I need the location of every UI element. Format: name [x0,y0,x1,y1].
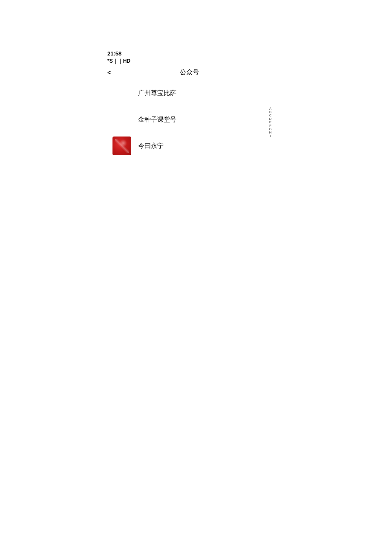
account-name: 今曰永宁 [138,142,164,150]
page-title: 公众号 [180,68,199,76]
status-time: 21:58 [107,50,278,57]
alpha-index[interactable]: ABCDEFGHI [268,107,272,137]
avatar [112,137,131,155]
avatar [112,110,131,129]
account-item[interactable]: 金种子课堂号 [107,106,278,133]
status-indicators: *S｜｜HD [107,58,278,65]
account-item[interactable]: 广州尊宝比萨 [107,80,278,106]
back-button[interactable]: < [107,69,116,76]
account-name: 金种子课堂号 [138,116,176,124]
avatar [112,84,131,102]
account-name: 广州尊宝比萨 [138,89,176,97]
account-item[interactable]: 今曰永宁 [107,133,278,159]
